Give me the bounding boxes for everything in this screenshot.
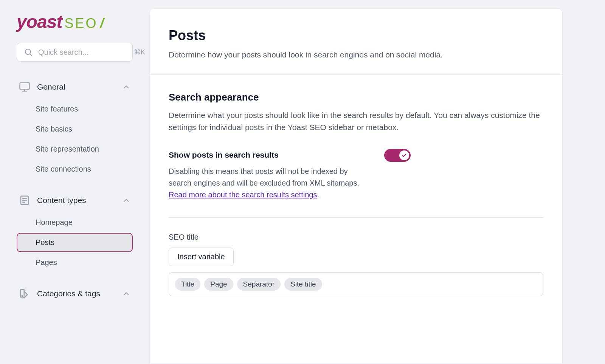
- field-label-seo-title: SEO title: [169, 233, 543, 242]
- sidebar-item-homepage[interactable]: Homepage: [17, 213, 133, 232]
- variable-chip[interactable]: Site title: [284, 278, 322, 291]
- quick-search[interactable]: ⌘K: [17, 43, 133, 62]
- toggle-knob: [399, 150, 409, 160]
- chevron-up-icon: [122, 196, 130, 204]
- main-panel: Posts Determine how your posts should lo…: [149, 8, 563, 364]
- setting-help-prefix: Disabling this means that posts will not…: [169, 167, 359, 187]
- monitor-icon: [19, 81, 30, 93]
- check-icon: [402, 153, 407, 158]
- nav-header-categories-tags[interactable]: Categories & tags: [17, 284, 133, 303]
- insert-variable-button[interactable]: Insert variable: [169, 248, 234, 266]
- logo-brand: yoast: [17, 11, 62, 32]
- svg-rect-2: [20, 83, 29, 90]
- sidebar-item-site-connections[interactable]: Site connections: [17, 160, 133, 179]
- logo-suffix: SEO: [64, 15, 98, 31]
- search-input[interactable]: [38, 48, 134, 57]
- toggle-show-posts[interactable]: [384, 149, 411, 162]
- nav-section-categories-tags: Categories & tags: [17, 284, 133, 303]
- svg-point-9: [22, 296, 23, 297]
- sidebar-item-site-representation[interactable]: Site representation: [17, 139, 133, 159]
- swatch-icon: [19, 288, 30, 299]
- newspaper-icon: [19, 195, 30, 206]
- nav-header-content-types[interactable]: Content types: [17, 191, 133, 210]
- page-body: Search appearance Determine what your po…: [150, 75, 562, 313]
- seo-title-input[interactable]: Title Page Separator Site title: [169, 272, 543, 296]
- sidebar-item-site-basics[interactable]: Site basics: [17, 119, 133, 139]
- chevron-up-icon: [122, 290, 130, 298]
- nav-section-general: General Site features Site basics Site r…: [17, 77, 133, 180]
- nav-header-label: Categories & tags: [37, 289, 122, 298]
- nav-header-label: Content types: [37, 196, 122, 205]
- setting-label: Show posts in search results: [169, 150, 361, 160]
- sidebar-item-posts[interactable]: Posts: [17, 233, 133, 252]
- section-title-search-appearance: Search appearance: [169, 91, 543, 103]
- read-more-link[interactable]: Read more about the search results setti…: [169, 191, 317, 199]
- page-header: Posts Determine how your posts should lo…: [150, 9, 562, 75]
- sidebar-item-site-features[interactable]: Site features: [17, 99, 133, 119]
- setting-help-suffix: .: [317, 191, 319, 199]
- setting-text: Show posts in search results Disabling t…: [169, 150, 361, 201]
- variable-chip[interactable]: Title: [175, 278, 200, 291]
- logo-slash: /: [100, 15, 104, 31]
- svg-line-1: [30, 54, 32, 56]
- sidebar-item-pages[interactable]: Pages: [17, 253, 133, 272]
- sidebar: yoast SEO / ⌘K General Site features Sit…: [0, 0, 149, 364]
- setting-show-posts-in-search: Show posts in search results Disabling t…: [169, 150, 543, 218]
- search-icon: [24, 48, 33, 57]
- logo: yoast SEO /: [17, 11, 133, 32]
- page-subtitle: Determine how your posts should look in …: [169, 50, 543, 59]
- section-desc-search-appearance: Determine what your posts should look li…: [169, 109, 543, 133]
- variable-chip[interactable]: Page: [204, 278, 233, 291]
- chevron-up-icon: [122, 83, 130, 91]
- nav-header-label: General: [37, 82, 122, 91]
- nav-header-general[interactable]: General: [17, 77, 133, 96]
- field-seo-title: SEO title Insert variable Title Page Sep…: [169, 233, 543, 296]
- setting-help: Disabling this means that posts will not…: [169, 166, 361, 201]
- search-shortcut: ⌘K: [134, 48, 145, 56]
- page-title: Posts: [169, 28, 543, 43]
- nav-section-content-types: Content types Homepage Posts Pages: [17, 191, 133, 273]
- variable-chip[interactable]: Separator: [237, 278, 281, 291]
